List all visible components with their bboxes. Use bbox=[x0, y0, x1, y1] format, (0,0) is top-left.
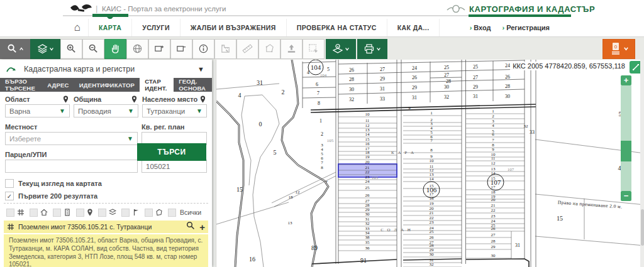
tab-proverka[interactable]: ПРОВЕРКА НА СТАТУС bbox=[287, 19, 387, 36]
panel-header[interactable]: Кадастрална карта и регистри ▼ bbox=[0, 60, 212, 79]
home-icon[interactable]: ⌂ bbox=[67, 19, 89, 36]
chevron-down-icon[interactable]: ▼ bbox=[197, 65, 204, 73]
parcel-info-text: Поземлен имот 73506.105.21, област Варна… bbox=[9, 237, 203, 267]
svg-text:22: 22 bbox=[491, 208, 496, 213]
chevron-down-icon bbox=[376, 46, 381, 52]
svg-text:14: 14 bbox=[430, 177, 435, 182]
info-tool-button[interactable] bbox=[192, 39, 214, 59]
zoom-to-result-button[interactable] bbox=[186, 221, 195, 232]
zoom-handle[interactable] bbox=[621, 141, 631, 161]
zoom-track[interactable] bbox=[621, 85, 631, 191]
svg-text:8: 8 bbox=[321, 165, 323, 170]
tab-address[interactable]: АДРЕС bbox=[42, 78, 74, 92]
location-pin-icon[interactable] bbox=[63, 95, 69, 103]
svg-text:20: 20 bbox=[365, 160, 370, 165]
svg-text:28: 28 bbox=[349, 77, 354, 82]
tab-karta[interactable]: КАРТА bbox=[89, 19, 132, 36]
filter-building-checkbox[interactable] bbox=[30, 209, 38, 217]
result-row[interactable]: Поземлен имот 73506.105.21 с. Тутраканци… bbox=[4, 221, 208, 233]
svg-text:5: 5 bbox=[327, 67, 330, 72]
svg-text:26: 26 bbox=[365, 193, 370, 198]
svg-text:31: 31 bbox=[412, 95, 417, 101]
plan-scale-button[interactable] bbox=[214, 39, 236, 59]
svg-text:10: 10 bbox=[365, 112, 370, 117]
oblast-label: Област bbox=[5, 94, 70, 104]
svg-text:106: 106 bbox=[426, 186, 437, 193]
select-add-button[interactable] bbox=[148, 39, 170, 59]
filter-zone-checkbox[interactable] bbox=[98, 209, 106, 217]
tab-uslugi[interactable]: УСЛУГИ bbox=[132, 19, 180, 36]
tab-kak-da[interactable]: КАК ДА... bbox=[387, 19, 440, 36]
naseleno-select[interactable]: Тутраканци▼ bbox=[142, 104, 207, 117]
main-nav: ⌂ КАРТА УСЛУГИ ЖАЛБИ И ВЪЗРАЖЕНИЯ ПРОВЕР… bbox=[0, 19, 644, 37]
zoom-out-button[interactable] bbox=[82, 39, 104, 59]
cart-button[interactable]: 0 bbox=[602, 39, 635, 59]
svg-text:18: 18 bbox=[289, 195, 294, 200]
svg-text:22: 22 bbox=[365, 170, 370, 175]
svg-text:33: 33 bbox=[380, 96, 385, 102]
svg-text:27: 27 bbox=[444, 72, 449, 78]
tab-old-ident[interactable]: СТАР ИДЕНТ. bbox=[140, 78, 174, 92]
chevron-down-icon bbox=[345, 46, 350, 52]
obshtina-select[interactable]: Провадия▼ bbox=[74, 104, 138, 117]
svg-text:32: 32 bbox=[524, 124, 529, 129]
svg-text:21: 21 bbox=[491, 203, 496, 208]
map-viewport[interactable]: 1011121314151617181920212223242526272829… bbox=[216, 60, 644, 267]
zoom-in-button[interactable]: + bbox=[621, 75, 631, 85]
tab-quick-search[interactable]: БЪРЗО ТЪРСЕНЕ bbox=[0, 78, 42, 92]
filter-marker-checkbox[interactable] bbox=[121, 209, 130, 217]
filter-scheme-checkbox[interactable] bbox=[53, 209, 61, 217]
layers-tool-button[interactable] bbox=[30, 39, 60, 59]
search-tool-button[interactable] bbox=[0, 39, 30, 59]
svg-text:8: 8 bbox=[430, 148, 433, 153]
search-button[interactable]: ТЪРСИ bbox=[137, 143, 206, 161]
star-ident-input[interactable] bbox=[142, 160, 207, 173]
filter-grid-checkbox[interactable] bbox=[6, 209, 14, 217]
brand-title: КАРТОГРАФИЯ И КАДАСТЪР bbox=[469, 4, 595, 14]
tab-geod-base[interactable]: ГЕОД. ОСНОВА bbox=[174, 78, 212, 92]
result-label: Поземлен имот 73506.105.21 с. Тутраканци bbox=[18, 223, 152, 231]
zoom-out-button[interactable]: − bbox=[621, 191, 631, 201]
svg-text:91: 91 bbox=[360, 257, 367, 264]
chevron-down-icon: ▼ bbox=[128, 107, 134, 114]
svg-text:31: 31 bbox=[380, 86, 385, 92]
map-info-layers-button[interactable] bbox=[326, 39, 356, 59]
login-link[interactable]: ›Вход bbox=[470, 24, 491, 31]
scrollbar-thumb[interactable] bbox=[641, 209, 644, 246]
first200-checkbox[interactable] bbox=[5, 192, 14, 200]
zoom-in-button[interactable] bbox=[60, 39, 82, 59]
print-button[interactable] bbox=[357, 39, 387, 59]
filter-all-checkbox[interactable] bbox=[168, 209, 176, 217]
register-link[interactable]: ›Регистрация bbox=[502, 24, 550, 31]
tab-zhalbi[interactable]: ЖАЛБИ И ВЪЗРАЖЕНИЯ bbox=[180, 19, 287, 36]
filter-point-checkbox[interactable] bbox=[76, 209, 84, 217]
svg-text:21: 21 bbox=[430, 210, 435, 215]
select-remove-button[interactable] bbox=[170, 39, 192, 59]
svg-text:0: 0 bbox=[259, 121, 262, 128]
filter-polygon-checkbox[interactable] bbox=[145, 209, 153, 217]
coordinates-readout: ККС 2005 4778420.859, 657553,118 bbox=[510, 62, 628, 70]
measure-area-button[interactable] bbox=[258, 39, 280, 59]
svg-text:30: 30 bbox=[505, 94, 510, 99]
globe-extent-button[interactable] bbox=[126, 39, 148, 59]
upload-button[interactable] bbox=[280, 39, 303, 59]
box-select-button[interactable] bbox=[303, 39, 325, 59]
svg-text:23: 23 bbox=[491, 214, 496, 219]
current-view-checkbox[interactable] bbox=[5, 179, 14, 188]
cadastral-map[interactable]: 1011121314151617181920212223242526272829… bbox=[216, 60, 644, 267]
expand-icon bbox=[632, 63, 640, 71]
rect-plus-icon bbox=[154, 43, 165, 54]
oblast-select[interactable]: Варна▼ bbox=[5, 104, 70, 117]
svg-text:26: 26 bbox=[505, 74, 510, 80]
location-pin-icon[interactable] bbox=[200, 95, 206, 103]
tab-identifier[interactable]: ИДЕНТИФИКАТОР bbox=[74, 78, 140, 92]
svg-text:25: 25 bbox=[444, 65, 449, 70]
parcel-input[interactable] bbox=[5, 160, 138, 173]
location-pin-icon[interactable] bbox=[131, 95, 137, 103]
mestnost-select[interactable]: Изберете▼ bbox=[5, 132, 138, 145]
add-result-button[interactable]: + bbox=[199, 222, 205, 232]
result-filter-row: Всички bbox=[6, 207, 208, 218]
measure-length-button[interactable] bbox=[236, 39, 258, 59]
pan-tool-button[interactable] bbox=[104, 39, 126, 59]
scrollbar[interactable] bbox=[640, 60, 644, 267]
